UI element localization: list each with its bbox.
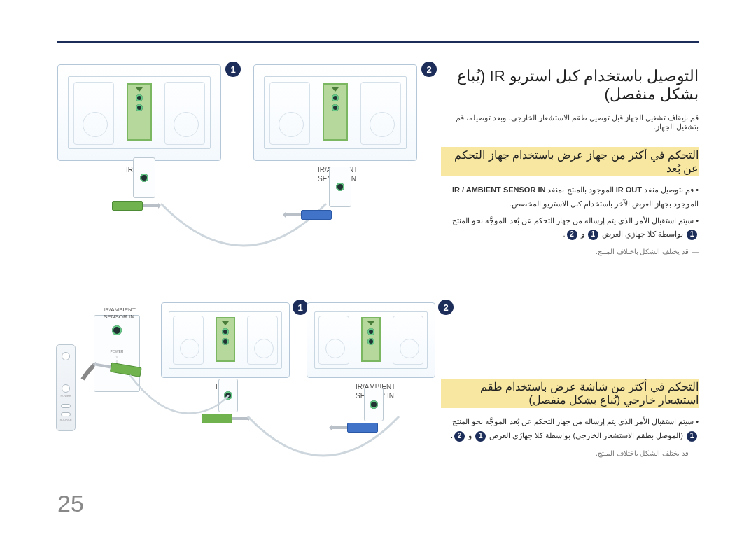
- s1b2-pre: سيتم استقبال الأمر الذي يتم إرساله من جه…: [452, 216, 694, 225]
- display-1-badge-b: 1: [293, 300, 308, 315]
- speaker-ghost-icon: [318, 316, 349, 365]
- port-strip-icon: [216, 317, 235, 362]
- display-1-cell: 1 IR OUT: [57, 64, 237, 244]
- s1b2-and: و: [579, 230, 587, 238]
- speaker-ghost-icon: [173, 316, 204, 365]
- intro-text: قم بإيقاف تشغيل الجهاز قبل توصيل طقم الا…: [441, 113, 699, 132]
- s1b1-mid: الموجود بالمنتج بمنفذ: [545, 185, 615, 194]
- jack-box-icon: [329, 167, 351, 207]
- badge-1-inline-d: 1: [475, 431, 486, 442]
- s1b2-end: .: [564, 230, 566, 238]
- s1b1-post: الموجود بجهاز العرض الآخر باستخدام كبل ا…: [510, 199, 699, 208]
- s2b-end: .: [451, 431, 453, 440]
- display-2-cell: 2 IR/AMBIENT SENSOR IN: [253, 64, 433, 244]
- port-strip-icon: [323, 83, 348, 141]
- badge-1-inline-c: 1: [687, 431, 697, 442]
- display-2-badge: 2: [421, 62, 437, 77]
- display-back-1-small: [161, 302, 290, 378]
- section2-bullet: • سيتم استقبال الأمر الذي يتم إرساله من …: [441, 415, 699, 443]
- diagram-row-2: POWER SOURCE POWER○○SOURCE IR/AMBIENT SE…: [57, 277, 441, 452]
- jack-box-icon: [364, 388, 384, 421]
- blue-plug-icon: [329, 423, 378, 433]
- display-back-2: [253, 64, 417, 161]
- speaker-ghost-icon: [360, 82, 401, 145]
- text-column: التوصيل باستخدام كبل استريو IR (يُباع بش…: [441, 67, 699, 460]
- speaker-ghost-icon: [393, 316, 424, 365]
- jack-box-icon: [133, 157, 155, 198]
- port-strip-icon: [361, 317, 381, 362]
- section1-heading: التحكم في أكثر من جهاز عرض باستخدام جهاز…: [441, 147, 699, 176]
- s1b2-mid: بواسطة كلا جهازَي العرض: [600, 230, 685, 238]
- s1b1-bold1: IR OUT: [616, 185, 642, 194]
- section2-heading: التحكم في أكثر من شاشة عرض باستخدام طقم …: [441, 379, 699, 408]
- remote-control-icon: POWER SOURCE: [56, 344, 76, 431]
- badge-2-inline-b: 2: [454, 431, 465, 442]
- green-plug-icon: [112, 201, 161, 211]
- display-back-1: [57, 64, 221, 161]
- remote-source-label: SOURCE: [57, 418, 75, 421]
- section1-note: قد يختلف الشكل باختلاف المنتج.: [441, 246, 699, 258]
- page-number: 25: [57, 490, 84, 517]
- badge-1-inline-b: 1: [588, 230, 598, 240]
- section2-bullets: • سيتم استقبال الأمر الذي يتم إرساله من …: [441, 415, 699, 460]
- speaker-ghost-icon: [247, 316, 278, 365]
- sensor-power-label: POWER: [111, 349, 124, 353]
- section1-bullets: • قم بتوصيل منفذ IR OUT الموجود بالمنتج …: [441, 183, 699, 258]
- port-strip-icon: [127, 83, 152, 141]
- section1-bullet1: • قم بتوصيل منفذ IR OUT الموجود بالمنتج …: [441, 183, 699, 211]
- s2b-pre: سيتم استقبال الأمر الذي يتم إرساله من جه…: [452, 417, 694, 426]
- section1-bullet2: • سيتم استقبال الأمر الذي يتم إرساله من …: [441, 214, 699, 242]
- s1b1-bold2: IR / AMBIENT SENSOR IN: [452, 185, 545, 194]
- cable-curve-icon: [129, 367, 248, 423]
- s2b-and: و: [466, 431, 474, 440]
- section-title: التوصيل باستخدام كبل استريو IR (يُباع بش…: [441, 67, 699, 104]
- speaker-ghost-icon: [74, 82, 114, 145]
- label-ir-ambient-in-ext: IR/AMBIENT SENSOR IN: [104, 307, 136, 321]
- badge-1-inline: 1: [687, 230, 697, 240]
- badge-2-inline: 2: [567, 230, 578, 240]
- diagram-column: 1 IR OUT: [57, 64, 441, 452]
- diagram-row-1: 1 IR OUT: [57, 64, 441, 244]
- display-2-badge-b: 2: [438, 300, 454, 315]
- blue-plug-icon: [283, 210, 332, 220]
- speaker-ghost-icon: [270, 82, 310, 145]
- page-top-rule: [57, 41, 699, 43]
- display-back-2-small: [307, 302, 435, 378]
- s2b-mid: (الموصل بطقم الاستشعار الخارجي) بواسطة ك…: [487, 431, 685, 440]
- s1b1-pre: قم بتوصيل منفذ: [642, 185, 694, 194]
- speaker-ghost-icon: [164, 82, 205, 145]
- remote-power-label: POWER: [57, 394, 75, 398]
- display-1-badge: 1: [225, 62, 241, 77]
- section2-note: قد يختلف الشكل باختلاف المنتج.: [441, 447, 699, 460]
